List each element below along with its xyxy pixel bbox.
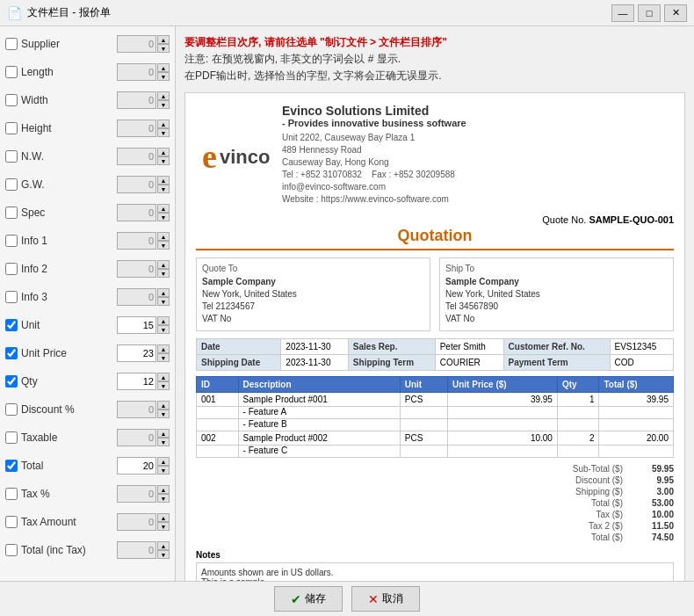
ship-to-label: Ship To (445, 264, 668, 273)
notice-box: 要调整栏目次序, 请前往选单 "制订文件 > 文件栏目排序" 注意: 在预览视窗… (184, 35, 685, 83)
info-cell: Peter Smith (435, 339, 503, 355)
maximize-button[interactable]: □ (638, 4, 661, 22)
items-table-header: Total ($) (599, 377, 674, 393)
field-spin-down-qty[interactable]: ▼ (157, 381, 170, 390)
field-spinners-info2: ▲▼ (157, 260, 170, 278)
field-checkbox-nw[interactable] (5, 150, 18, 163)
field-spinners-total: ▲▼ (157, 457, 170, 475)
field-checkbox-discount[interactable] (5, 403, 18, 416)
field-spin-down-unit_price[interactable]: ▼ (157, 353, 170, 362)
info-cell: Sales Rep. (348, 339, 435, 355)
field-spinners-qty: ▲▼ (157, 373, 170, 390)
field-label-supplier: Supplier (21, 38, 117, 50)
field-label-gw: G.W. (21, 178, 117, 191)
field-label-unit: Unit (21, 319, 117, 331)
field-input-wrap-nw: ▲▼ (117, 148, 170, 165)
table-cell: Sample Product #002 (238, 431, 400, 446)
field-checkbox-spec[interactable] (5, 207, 18, 219)
field-checkbox-unit_price[interactable] (5, 347, 18, 359)
field-checkbox-total[interactable] (5, 460, 18, 472)
minimize-button[interactable]: — (611, 4, 634, 22)
field-spin-up-total[interactable]: ▲ (157, 457, 170, 466)
field-checkbox-supplier[interactable] (5, 38, 18, 50)
field-input-wrap-taxable: ▲▼ (117, 429, 170, 446)
field-spin-down-supplier: ▼ (157, 44, 170, 53)
field-checkbox-length[interactable] (5, 66, 18, 78)
company-info: Evinco Solutions Limited - Provides inno… (275, 104, 674, 206)
field-row-tax_pct: Tax %▲▼ (0, 480, 175, 508)
field-input-unit[interactable] (117, 316, 156, 334)
field-input-wrap-height: ▲▼ (117, 120, 170, 137)
field-input-info1 (117, 232, 156, 250)
field-label-nw: N.W. (21, 150, 117, 163)
field-checkbox-tax_amount[interactable] (5, 516, 18, 528)
field-spinners-spec: ▲▼ (157, 204, 170, 221)
field-checkbox-qty[interactable] (5, 375, 18, 388)
field-checkbox-tax_pct[interactable] (5, 488, 18, 500)
field-input-qty[interactable] (117, 373, 156, 390)
field-checkbox-width[interactable] (5, 94, 18, 106)
field-input-unit_price[interactable] (117, 344, 156, 362)
quote-to-label: Quote To (202, 264, 424, 273)
company-header: e vinco Evinco Solutions Limited - Provi… (196, 104, 674, 206)
info-table: Date2023-11-30Sales Rep.Peter SmithCusto… (196, 338, 674, 371)
field-spin-down-unit[interactable]: ▼ (157, 325, 170, 334)
field-spin-up-unit[interactable]: ▲ (157, 316, 170, 325)
items-table-header: Description (238, 377, 400, 393)
cancel-button[interactable]: ✕ 取消 (351, 586, 420, 612)
total-label: Discount ($) (445, 475, 630, 485)
total-value: 3.00 (630, 487, 674, 496)
cancel-label: 取消 (382, 591, 403, 606)
field-input-wrap-spec: ▲▼ (117, 204, 170, 221)
field-label-unit_price: Unit Price (21, 347, 117, 359)
field-input-taxable (117, 429, 156, 446)
field-checkbox-unit[interactable] (5, 319, 18, 331)
field-row-info2: Info 2▲▼ (0, 255, 175, 283)
items-table-header: Qty (557, 377, 599, 393)
field-checkbox-info2[interactable] (5, 263, 18, 275)
field-spin-down-tax_pct: ▼ (157, 494, 170, 503)
field-spinners-info1: ▲▼ (157, 232, 170, 250)
table-cell: 10.00 (448, 431, 558, 446)
table-row: 002Sample Product #002PCS10.00220.00 (197, 431, 674, 446)
field-row-info1: Info 1▲▼ (0, 227, 175, 255)
feature-cell (599, 407, 674, 419)
feature-cell (400, 419, 447, 431)
save-button[interactable]: ✔ 储存 (274, 586, 343, 612)
close-button[interactable]: ✕ (664, 4, 687, 22)
notes-section: Notes Amounts shown are in US dollars. T… (196, 550, 674, 581)
field-label-spec: Spec (21, 207, 117, 219)
field-label-tax_pct: Tax % (21, 488, 117, 500)
field-checkbox-info1[interactable] (5, 235, 18, 247)
field-spin-down-info1: ▼ (157, 241, 170, 250)
field-input-gw (117, 176, 156, 193)
field-input-wrap-unit_price: ▲▼ (117, 344, 170, 362)
logo-area: e vinco (196, 104, 275, 206)
field-spin-up-info2: ▲ (157, 260, 170, 269)
info-cell: COURIER (435, 355, 503, 371)
field-input-wrap-gw: ▲▼ (117, 176, 170, 193)
field-row-total_inc_tax: Total (inc Tax)▲▼ (0, 536, 175, 564)
field-input-total_inc_tax (117, 541, 156, 559)
field-checkbox-height[interactable] (5, 122, 18, 134)
field-input-total[interactable] (117, 457, 156, 475)
field-row-width: Width▲▼ (0, 86, 175, 114)
field-checkbox-total_inc_tax[interactable] (5, 544, 18, 556)
field-spinners-unit: ▲▼ (157, 316, 170, 334)
field-spinners-tax_amount: ▲▼ (157, 513, 170, 531)
field-checkbox-info3[interactable] (5, 291, 18, 303)
field-spinners-tax_pct: ▲▼ (157, 485, 170, 503)
total-label: Total ($) (445, 533, 630, 542)
field-checkbox-taxable[interactable] (5, 431, 18, 444)
field-spin-up-qty[interactable]: ▲ (157, 373, 170, 381)
table-cell: Sample Product #001 (238, 393, 400, 407)
cancel-icon: ✕ (368, 592, 379, 606)
info-cell: Shipping Date (197, 355, 281, 371)
field-spin-up-unit_price[interactable]: ▲ (157, 344, 170, 353)
field-spinners-taxable: ▲▼ (157, 429, 170, 446)
field-input-wrap-tax_amount: ▲▼ (117, 513, 170, 531)
notes-content: Amounts shown are in US dollars. This is… (196, 562, 674, 581)
field-spin-down-total[interactable]: ▼ (157, 466, 170, 475)
field-checkbox-gw[interactable] (5, 178, 18, 191)
info-cell: COD (610, 355, 673, 371)
